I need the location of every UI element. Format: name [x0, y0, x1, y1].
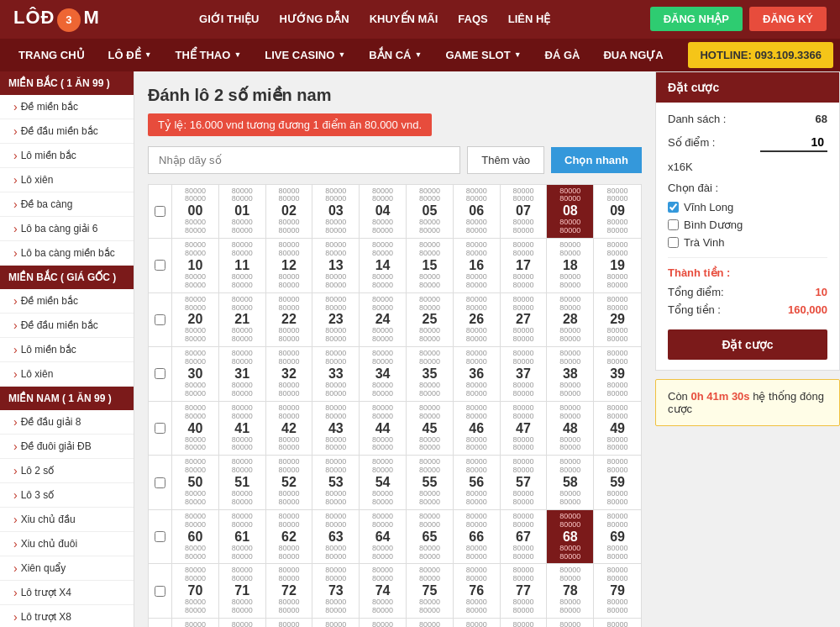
grid-number-cell[interactable]: 8000080000218000080000 [219, 293, 266, 347]
grid-number-cell[interactable]: 8000080000898000080000 [594, 619, 641, 627]
grid-number-cell[interactable]: 8000080000848000080000 [360, 619, 407, 627]
grid-check-cell[interactable] [149, 347, 172, 401]
grid-number-cell[interactable]: 8000080000888000080000 [547, 619, 594, 627]
grid-check-cell[interactable] [149, 619, 172, 627]
grid-check-cell[interactable] [149, 185, 172, 239]
grid-number-cell[interactable]: 8000080000168000080000 [454, 239, 501, 292]
grid-number-cell[interactable]: 8000080000508000080000 [172, 456, 219, 509]
chon-nhanh-button[interactable]: Chọn nhanh [551, 147, 642, 173]
grid-number-cell[interactable]: 8000080000778000080000 [501, 564, 548, 618]
grid-number-cell[interactable]: 8000080000258000080000 [407, 293, 454, 347]
grid-number-cell[interactable]: 8000080000608000080000 [172, 510, 219, 564]
grid-number-cell[interactable]: 8000080000008000080000 [172, 185, 219, 239]
sidebar-item-xiu-chu-dau[interactable]: Xiu chủ đầu [0, 508, 134, 532]
grid-number-cell[interactable]: 8000080000648000080000 [360, 510, 407, 564]
row-checkbox[interactable] [155, 586, 165, 597]
grid-number-cell[interactable]: 8000080000388000080000 [547, 347, 594, 401]
grid-number-cell[interactable]: 8000080000768000080000 [454, 564, 501, 618]
register-button[interactable]: ĐĂNG KÝ [749, 7, 827, 31]
grid-number-cell[interactable]: 8000080000458000080000 [407, 402, 454, 456]
sidebar-item-lo-3-so[interactable]: Lô 3 số [0, 483, 134, 508]
tra-vinh-checkbox[interactable] [668, 237, 679, 248]
sidebar-item-lo-2-so[interactable]: Lô 2 số [0, 459, 134, 483]
grid-number-cell[interactable]: 8000080000238000080000 [312, 293, 360, 347]
row-checkbox[interactable] [155, 368, 165, 379]
grid-number-cell[interactable]: 8000080000528000080000 [266, 456, 313, 509]
top-menu-huong-dan[interactable]: HƯỚNG DẪN [279, 13, 349, 25]
grid-number-cell[interactable]: 8000080000188000080000 [547, 239, 594, 292]
sidebar-item-lo-mien-bac-1[interactable]: Lô miền bắc [0, 144, 134, 168]
nav-game-slot[interactable]: GAME SLOT ▼ [433, 39, 533, 71]
grid-number-cell[interactable]: 8000080000818000080000 [219, 619, 266, 627]
grid-number-cell[interactable]: 8000080000488000080000 [547, 402, 594, 456]
grid-number-cell[interactable]: 8000080000178000080000 [501, 239, 548, 292]
row-checkbox[interactable] [155, 423, 165, 434]
province-binh-duong[interactable]: Bình Dương [668, 219, 827, 231]
grid-number-cell[interactable]: 8000080000378000080000 [501, 347, 548, 401]
grid-number-cell[interactable]: 8000080000208000080000 [172, 293, 219, 347]
grid-number-cell[interactable]: 8000080000338000080000 [312, 347, 360, 401]
grid-number-cell[interactable]: 8000080000538000080000 [312, 456, 360, 509]
nav-live-casino[interactable]: LIVE CASINO ▼ [253, 39, 357, 71]
grid-check-cell[interactable] [149, 293, 172, 347]
nav-trang-chu[interactable]: TRANG CHỦ [7, 39, 97, 71]
grid-number-cell[interactable]: 8000080000838000080000 [312, 619, 360, 627]
grid-number-cell[interactable]: 8000080000828000080000 [266, 619, 313, 627]
grid-number-cell[interactable]: 8000080000138000080000 [312, 239, 360, 292]
grid-number-cell[interactable]: 8000080000358000080000 [407, 347, 454, 401]
so-diem-input[interactable] [760, 134, 827, 152]
nav-da-ga[interactable]: ĐÁ GÀ [533, 39, 592, 71]
grid-number-cell[interactable]: 8000080000568000080000 [454, 456, 501, 509]
grid-number-cell[interactable]: 8000080000068000080000 [454, 185, 501, 239]
grid-check-cell[interactable] [149, 456, 172, 509]
grid-number-cell[interactable]: 8000080000288000080000 [547, 293, 594, 347]
sidebar-item-lo-xien-1[interactable]: Lô xiên [0, 168, 134, 192]
sidebar-item-de-dau-mien-bac-1[interactable]: Đề đầu miền bắc [0, 119, 134, 144]
grid-number-cell[interactable]: 8000080000048000080000 [360, 185, 407, 239]
grid-number-cell[interactable]: 8000080000598000080000 [594, 456, 641, 509]
grid-number-cell[interactable]: 8000080000108000080000 [172, 239, 219, 292]
grid-number-cell[interactable]: 8000080000408000080000 [172, 402, 219, 456]
grid-number-cell[interactable]: 8000080000728000080000 [266, 564, 313, 618]
grid-number-cell[interactable]: 8000080000308000080000 [172, 347, 219, 401]
grid-number-cell[interactable]: 8000080000018000080000 [219, 185, 266, 239]
nav-dua-ngua[interactable]: ĐUA NGỰA [591, 39, 675, 71]
sidebar-item-de-dau-mien-bac-2[interactable]: Đề đầu miền bắc [0, 314, 134, 338]
nav-ban-ca[interactable]: BẮN CÁ ▼ [357, 39, 433, 71]
grid-number-cell[interactable]: 8000080000808000080000 [172, 619, 219, 627]
grid-number-cell[interactable]: 8000080000588000080000 [547, 456, 594, 509]
top-menu-faqs[interactable]: FAQS [458, 13, 487, 25]
grid-check-cell[interactable] [149, 402, 172, 456]
sidebar-item-lo-xien-2[interactable]: Lô xiên [0, 362, 134, 387]
them-vao-button[interactable]: Thêm vào [467, 146, 544, 174]
grid-number-cell[interactable]: 8000080000558000080000 [407, 456, 454, 509]
grid-number-cell[interactable]: 8000080000788000080000 [547, 564, 594, 618]
grid-number-cell[interactable]: 8000080000448000080000 [360, 402, 407, 456]
grid-check-cell[interactable] [149, 510, 172, 564]
grid-number-cell[interactable]: 8000080000118000080000 [219, 239, 266, 292]
sidebar-item-de-mien-bac-2[interactable]: Đề miền bắc [0, 289, 134, 314]
grid-number-cell[interactable]: 8000080000678000080000 [501, 510, 548, 564]
grid-number-cell[interactable]: 8000080000148000080000 [360, 239, 407, 292]
row-checkbox[interactable] [155, 260, 165, 271]
grid-number-cell[interactable]: 8000080000628000080000 [266, 510, 313, 564]
grid-number-cell[interactable]: 8000080000158000080000 [407, 239, 454, 292]
row-checkbox[interactable] [155, 206, 165, 217]
grid-number-cell[interactable]: 8000080000758000080000 [407, 564, 454, 618]
grid-number-cell[interactable]: 8000080000518000080000 [219, 456, 266, 509]
number-input[interactable] [148, 146, 460, 174]
nav-the-thao[interactable]: THỂ THAO ▼ [164, 39, 254, 71]
grid-number-cell[interactable]: 8000080000248000080000 [360, 293, 407, 347]
grid-number-cell[interactable]: 8000080000618000080000 [219, 510, 266, 564]
grid-number-cell[interactable]: 8000080000078000080000 [501, 185, 548, 239]
province-vinh-long[interactable]: Vĩnh Long [668, 201, 827, 213]
sidebar-item-lo-ba-cang-mien-bac[interactable]: Lô ba càng miền bắc [0, 241, 134, 266]
grid-number-cell[interactable]: 8000080000028000080000 [266, 185, 313, 239]
sidebar-item-lo-truot-x8[interactable]: Lô trượt X8 [0, 605, 134, 628]
grid-number-cell[interactable]: 8000080000348000080000 [360, 347, 407, 401]
grid-number-cell[interactable]: 8000080000038000080000 [312, 185, 360, 239]
grid-number-cell[interactable]: 8000080000398000080000 [594, 347, 641, 401]
row-checkbox[interactable] [155, 477, 165, 488]
grid-number-cell[interactable]: 8000080000098000080000 [594, 185, 641, 239]
login-button[interactable]: ĐĂNG NHẬP [650, 7, 743, 31]
